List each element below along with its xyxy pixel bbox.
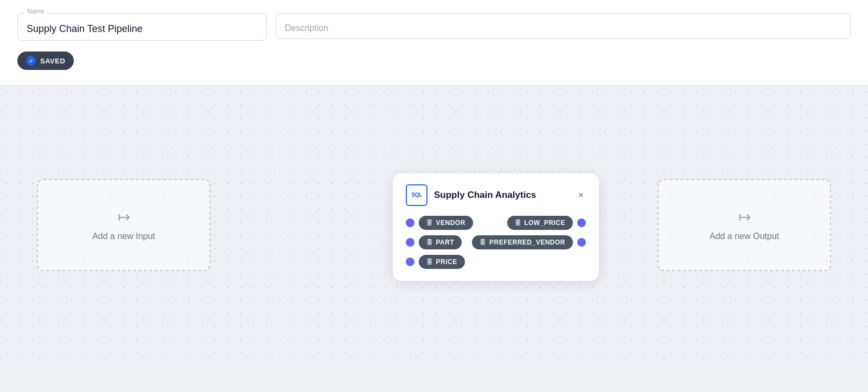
name-input[interactable] (17, 13, 267, 41)
low-price-dot (577, 218, 586, 227)
price-dot (406, 257, 414, 266)
part-left: 🗄 PART (406, 235, 462, 249)
sql-icon-wrapper: SQL (406, 184, 427, 205)
part-db-icon: 🗄 (426, 239, 433, 245)
add-output-box[interactable]: ↦ Add a new Output (658, 179, 831, 271)
field-row-3: 🗄 PRICE (406, 254, 586, 268)
low-price-right: 🗄 LOW_PRICE (507, 215, 586, 229)
part-dot (406, 237, 414, 246)
saved-label: SAVED (40, 57, 65, 65)
price-db-icon: 🗄 (426, 258, 433, 265)
price-label: PRICE (436, 258, 457, 265)
add-input-label: Add a new Input (92, 232, 155, 241)
preferred-vendor-label: PREFERRED_VENDOR (489, 238, 565, 246)
field-row-1: 🗄 VENDOR 🗄 LOW_PRICE (406, 215, 586, 229)
add-input-box[interactable]: ↦ Add a new Input (37, 179, 210, 271)
node-fields: 🗄 VENDOR 🗄 LOW_PRICE 🗄 (406, 215, 586, 268)
vendor-db-icon: 🗄 (426, 219, 433, 226)
preferred-vendor-db-icon: 🗄 (480, 239, 486, 245)
saved-button[interactable]: ✓ SAVED (17, 52, 74, 70)
description-input[interactable] (276, 13, 851, 39)
node-header: SQL Supply Chain Analytics × (406, 184, 586, 205)
low-price-label: LOW_PRICE (524, 219, 565, 226)
part-label: PART (436, 238, 455, 246)
field-row-2: 🗄 PART 🗄 PREFERRED_VENDOR (406, 235, 586, 249)
low-price-tag[interactable]: 🗄 LOW_PRICE (507, 215, 573, 229)
vendor-left: 🗄 VENDOR (406, 215, 473, 229)
name-field-wrapper: Name (17, 13, 267, 41)
top-panel: Name ✓ SAVED (0, 0, 868, 86)
price-tag[interactable]: 🗄 PRICE (419, 254, 465, 268)
vendor-dot (406, 218, 414, 227)
add-output-label: Add a new Output (710, 232, 779, 241)
sql-icon: SQL (411, 192, 422, 198)
preferred-vendor-right: 🗄 PREFERRED_VENDOR (472, 235, 586, 249)
description-field-wrapper (276, 13, 851, 41)
node-card: SQL Supply Chain Analytics × 🗄 VENDOR 🗄 (393, 173, 599, 280)
fields-row: Name (17, 13, 851, 41)
low-price-db-icon: 🗄 (515, 219, 521, 226)
node-close-button[interactable]: × (576, 190, 586, 200)
part-tag[interactable]: 🗄 PART (419, 235, 462, 249)
saved-check-icon: ✓ (26, 56, 36, 66)
vendor-tag[interactable]: 🗄 VENDOR (419, 215, 473, 229)
canvas-area: ↦ Add a new Input SQL Supply Chain Analy… (0, 86, 868, 364)
node-title: Supply Chain Analytics (434, 189, 569, 200)
preferred-vendor-tag[interactable]: 🗄 PREFERRED_VENDOR (472, 235, 573, 249)
vendor-label: VENDOR (436, 219, 465, 226)
add-input-icon: ↦ (118, 208, 130, 226)
add-output-icon: ↦ (738, 208, 751, 226)
preferred-vendor-dot (577, 237, 586, 246)
